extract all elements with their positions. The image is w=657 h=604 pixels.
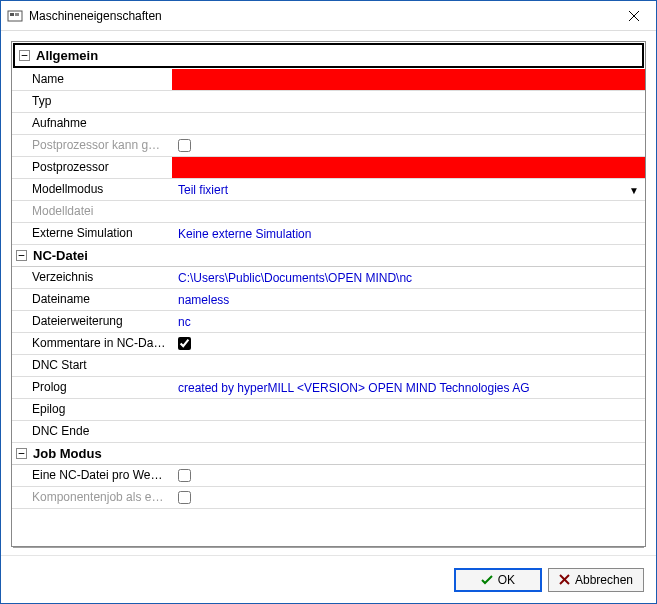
label-typ: Typ: [12, 91, 172, 112]
value-epilog[interactable]: [172, 399, 645, 420]
label-modelldatei: Modelldatei: [12, 201, 172, 222]
row-modellmodus: Modellmodus Teil fixiert ▼: [12, 179, 645, 201]
value-komponentenjob[interactable]: [172, 487, 645, 508]
value-typ[interactable]: [172, 91, 645, 112]
value-ext-sim[interactable]: Keine externe Simulation: [172, 223, 645, 244]
label-dateierw: Dateierweiterung: [12, 311, 172, 332]
value-kommentare[interactable]: [172, 333, 645, 354]
label-eine-nc: Eine NC-Datei pro Werkz...: [12, 465, 172, 486]
value-modelldatei: [172, 201, 645, 222]
cancel-icon: [559, 574, 570, 585]
value-prolog[interactable]: created by hyperMILL <VERSION> OPEN MIND…: [172, 377, 645, 398]
row-name: Name: [12, 69, 645, 91]
ok-button[interactable]: OK: [454, 568, 542, 592]
window-title: Maschineneigenschaften: [29, 9, 611, 23]
row-dateiname: Dateiname nameless: [12, 289, 645, 311]
value-dncstart[interactable]: [172, 355, 645, 376]
property-grid-wrap: − Allgemein Name Typ Aufnahme Postprozes…: [11, 41, 646, 547]
footer: OK Abbrechen: [1, 555, 656, 603]
label-postproc: Postprozessor: [12, 157, 172, 178]
row-epilog: Epilog: [12, 399, 645, 421]
label-kommentare: Kommentare in NC-Dat...: [12, 333, 172, 354]
label-dncende: DNC Ende: [12, 421, 172, 442]
section-allgemein[interactable]: − Allgemein: [13, 43, 644, 68]
label-dateiname: Dateiname: [12, 289, 172, 310]
checkbox-postproc-save[interactable]: [178, 139, 191, 152]
collapse-icon[interactable]: −: [16, 250, 27, 261]
label-postproc-save: Postprozessor kann gesp...: [12, 135, 172, 156]
row-komponentenjob: Komponentenjob als ein...: [12, 487, 645, 509]
row-eine-nc: Eine NC-Datei pro Werkz...: [12, 465, 645, 487]
check-icon: [481, 574, 493, 586]
value-postproc-save[interactable]: [172, 135, 645, 156]
close-icon: [629, 11, 639, 21]
row-modelldatei: Modelldatei: [12, 201, 645, 223]
divider: [13, 547, 644, 549]
close-button[interactable]: [611, 1, 656, 30]
section-title: Allgemein: [36, 48, 98, 63]
value-verzeichnis[interactable]: C:\Users\Public\Documents\OPEN MIND\nc: [172, 267, 645, 288]
modellmodus-text: Teil fixiert: [178, 183, 228, 197]
collapse-icon[interactable]: −: [16, 448, 27, 459]
content-area: − Allgemein Name Typ Aufnahme Postprozes…: [1, 31, 656, 549]
ok-label: OK: [498, 573, 515, 587]
value-eine-nc[interactable]: [172, 465, 645, 486]
row-dncende: DNC Ende: [12, 421, 645, 443]
collapse-icon[interactable]: −: [19, 50, 30, 61]
row-aufnahme: Aufnahme: [12, 113, 645, 135]
row-kommentare: Kommentare in NC-Dat...: [12, 333, 645, 355]
cancel-button[interactable]: Abbrechen: [548, 568, 644, 592]
row-dateierw: Dateierweiterung nc: [12, 311, 645, 333]
row-prolog: Prolog created by hyperMILL <VERSION> OP…: [12, 377, 645, 399]
checkbox-komponentenjob[interactable]: [178, 491, 191, 504]
cancel-label: Abbrechen: [575, 573, 633, 587]
label-epilog: Epilog: [12, 399, 172, 420]
value-aufnahme[interactable]: [172, 113, 645, 134]
value-modellmodus[interactable]: Teil fixiert ▼: [172, 179, 645, 200]
value-dateierw[interactable]: nc: [172, 311, 645, 332]
svg-rect-1: [10, 13, 14, 16]
row-postproc: Postprozessor: [12, 157, 645, 179]
label-ext-sim: Externe Simulation: [12, 223, 172, 244]
label-dncstart: DNC Start: [12, 355, 172, 376]
svg-rect-2: [15, 13, 19, 16]
label-komponentenjob: Komponentenjob als ein...: [12, 487, 172, 508]
checkbox-eine-nc[interactable]: [178, 469, 191, 482]
row-postproc-save: Postprozessor kann gesp...: [12, 135, 645, 157]
checkbox-kommentare[interactable]: [178, 337, 191, 350]
row-verzeichnis: Verzeichnis C:\Users\Public\Documents\OP…: [12, 267, 645, 289]
section-title: Job Modus: [33, 446, 102, 461]
label-modellmodus: Modellmodus: [12, 179, 172, 200]
value-postproc[interactable]: [172, 157, 645, 178]
app-icon: [7, 8, 23, 24]
label-aufnahme: Aufnahme: [12, 113, 172, 134]
label-verzeichnis: Verzeichnis: [12, 267, 172, 288]
row-dncstart: DNC Start: [12, 355, 645, 377]
row-typ: Typ: [12, 91, 645, 113]
chevron-down-icon[interactable]: ▼: [629, 184, 639, 195]
value-dncende[interactable]: [172, 421, 645, 442]
titlebar: Maschineneigenschaften: [1, 1, 656, 31]
label-prolog: Prolog: [12, 377, 172, 398]
label-name: Name: [12, 69, 172, 90]
section-ncdatei[interactable]: − NC-Datei: [12, 245, 645, 267]
section-jobmodus[interactable]: − Job Modus: [12, 443, 645, 465]
value-dateiname[interactable]: nameless: [172, 289, 645, 310]
row-ext-sim: Externe Simulation Keine externe Simulat…: [12, 223, 645, 245]
section-title: NC-Datei: [33, 248, 88, 263]
property-grid[interactable]: − Allgemein Name Typ Aufnahme Postprozes…: [12, 42, 645, 546]
value-name[interactable]: [172, 69, 645, 90]
